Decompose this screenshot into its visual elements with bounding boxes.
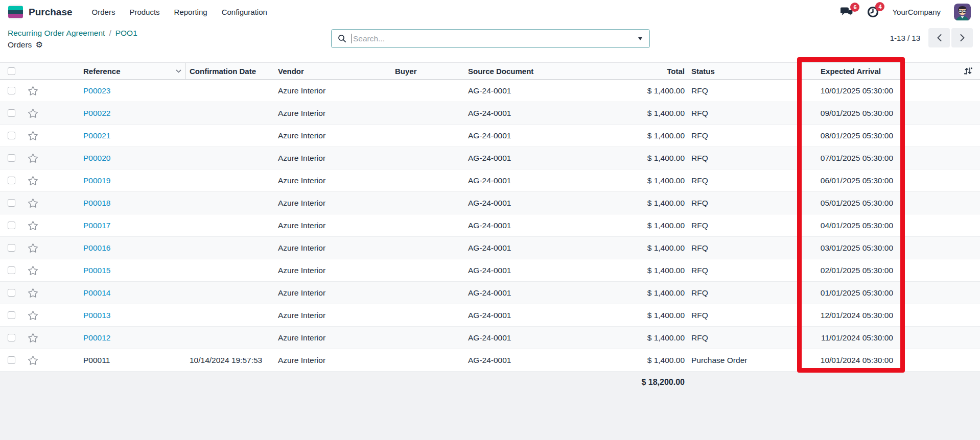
user-avatar[interactable] — [954, 4, 971, 20]
order-reference-link[interactable]: P00021 — [83, 131, 110, 140]
favorite-star-icon[interactable] — [28, 108, 38, 118]
column-header-buyer[interactable]: Buyer — [391, 63, 464, 79]
column-header-reference[interactable]: Reference — [43, 63, 185, 79]
column-header-source-document[interactable]: Source Document — [464, 63, 542, 79]
confirmation-date-cell — [185, 304, 274, 326]
column-header-vendor[interactable]: Vendor — [274, 63, 391, 79]
status-cell: RFQ — [689, 169, 796, 191]
favorite-star-icon[interactable] — [28, 153, 38, 163]
favorite-star-icon[interactable] — [28, 221, 38, 231]
favorite-star-icon[interactable] — [28, 131, 38, 141]
pager-previous-button[interactable] — [928, 28, 950, 47]
favorite-star-icon[interactable] — [28, 333, 38, 343]
total-cell: $ 1,400.00 — [542, 192, 689, 214]
table-row[interactable]: P00015 Azure Interior AG-24-0001 $ 1,400… — [0, 259, 980, 282]
total-cell: $ 1,400.00 — [542, 147, 689, 169]
search-input[interactable] — [353, 34, 633, 43]
search-bar[interactable] — [331, 29, 650, 48]
expected-arrival-cell: 05/01/2025 05:30:00 — [796, 192, 905, 214]
order-reference-link[interactable]: P00019 — [83, 176, 110, 185]
nav-configuration[interactable]: Configuration — [215, 5, 274, 19]
source-document-cell: AG-24-0001 — [464, 282, 542, 304]
favorite-star-icon[interactable] — [28, 198, 38, 208]
order-reference-link[interactable]: P00011 — [83, 356, 110, 365]
column-header-status[interactable]: Status — [689, 63, 796, 79]
search-dropdown-toggle[interactable] — [633, 30, 647, 47]
table-row[interactable]: P00012 Azure Interior AG-24-0001 $ 1,400… — [0, 327, 980, 349]
messages-button[interactable]: 6 — [841, 7, 854, 18]
nav-reporting[interactable]: Reporting — [167, 5, 215, 19]
breadcrumb-separator: / — [109, 29, 111, 38]
source-document-cell: AG-24-0001 — [464, 349, 542, 371]
activities-button[interactable]: 4 — [867, 6, 879, 18]
table-row[interactable]: P00018 Azure Interior AG-24-0001 $ 1,400… — [0, 192, 980, 214]
order-reference-link[interactable]: P00012 — [83, 333, 110, 343]
column-header-total[interactable]: Total — [542, 63, 689, 79]
select-all-checkbox[interactable] — [8, 67, 15, 75]
row-checkbox[interactable] — [8, 109, 15, 117]
total-cell: $ 1,400.00 — [542, 259, 689, 281]
source-document-cell: AG-24-0001 — [464, 327, 542, 349]
order-reference-link[interactable]: P00022 — [83, 109, 110, 118]
table-row[interactable]: P00019 Azure Interior AG-24-0001 $ 1,400… — [0, 169, 980, 192]
row-checkbox[interactable] — [8, 266, 15, 274]
table-row[interactable]: P00013 Azure Interior AG-24-0001 $ 1,400… — [0, 304, 980, 327]
app-switcher[interactable]: Purchase — [8, 5, 73, 19]
row-checkbox[interactable] — [8, 222, 15, 229]
buyer-cell — [391, 304, 464, 326]
column-header-confirmation-date[interactable]: Confirmation Date — [185, 63, 274, 79]
order-reference-link[interactable]: P00013 — [83, 311, 110, 320]
order-reference-link[interactable]: P00015 — [83, 266, 110, 275]
buyer-cell — [391, 192, 464, 214]
favorite-star-icon[interactable] — [28, 355, 38, 365]
favorite-star-icon[interactable] — [28, 288, 38, 298]
favorite-star-icon[interactable] — [28, 176, 38, 186]
status-cell: Purchase Order — [689, 349, 796, 371]
confirmation-date-cell — [185, 80, 274, 102]
table-row[interactable]: P00016 Azure Interior AG-24-0001 $ 1,400… — [0, 237, 980, 259]
column-header-expected-arrival[interactable]: Expected Arrival — [796, 63, 905, 79]
favorite-star-icon[interactable] — [28, 86, 38, 96]
adjust-columns-icon[interactable] — [964, 66, 973, 76]
gear-icon[interactable]: ⚙ — [35, 41, 42, 49]
source-document-cell: AG-24-0001 — [464, 259, 542, 281]
order-reference-link[interactable]: P00017 — [83, 221, 110, 230]
favorite-star-icon[interactable] — [28, 243, 38, 253]
favorite-star-icon[interactable] — [28, 265, 38, 276]
pager: 1-13 / 13 — [890, 28, 973, 47]
table-header-row: Reference Confirmation Date Vendor Buyer… — [0, 62, 980, 80]
row-checkbox[interactable] — [8, 311, 15, 319]
row-checkbox[interactable] — [8, 154, 15, 162]
order-reference-link[interactable]: P00020 — [83, 154, 110, 163]
row-checkbox[interactable] — [8, 87, 15, 94]
order-reference-link[interactable]: P00023 — [83, 86, 110, 95]
nav-products[interactable]: Products — [122, 5, 167, 19]
row-checkbox[interactable] — [8, 334, 15, 341]
order-reference-link[interactable]: P00018 — [83, 199, 110, 208]
pager-next-button[interactable] — [951, 28, 973, 47]
nav-orders[interactable]: Orders — [85, 5, 123, 19]
breadcrumb-current-link[interactable]: POO1 — [115, 29, 137, 38]
row-checkbox[interactable] — [8, 356, 15, 364]
buyer-cell — [391, 327, 464, 349]
table-row[interactable]: P00021 Azure Interior AG-24-0001 $ 1,400… — [0, 125, 980, 147]
order-reference-link[interactable]: P00016 — [83, 243, 110, 253]
order-reference-link[interactable]: P00014 — [83, 288, 110, 298]
favorite-star-icon[interactable] — [28, 310, 38, 321]
messages-badge: 6 — [850, 3, 859, 12]
table-row[interactable]: P00011 10/14/2024 19:57:53 Azure Interio… — [0, 349, 980, 372]
confirmation-date-cell — [185, 237, 274, 259]
company-switcher[interactable]: YourCompany — [892, 8, 941, 16]
row-checkbox[interactable] — [8, 177, 15, 184]
expected-arrival-cell: 08/01/2025 05:30:00 — [796, 125, 905, 146]
table-row[interactable]: P00020 Azure Interior AG-24-0001 $ 1,400… — [0, 147, 980, 169]
row-checkbox[interactable] — [8, 289, 15, 297]
breadcrumb-parent-link[interactable]: Recurring Order Agreement — [8, 29, 105, 38]
row-checkbox[interactable] — [8, 132, 15, 139]
table-row[interactable]: P00017 Azure Interior AG-24-0001 $ 1,400… — [0, 214, 980, 237]
table-row[interactable]: P00022 Azure Interior AG-24-0001 $ 1,400… — [0, 102, 980, 125]
row-checkbox[interactable] — [8, 199, 15, 207]
table-row[interactable]: P00014 Azure Interior AG-24-0001 $ 1,400… — [0, 282, 980, 304]
row-checkbox[interactable] — [8, 244, 15, 252]
table-row[interactable]: P00023 Azure Interior AG-24-0001 $ 1,400… — [0, 80, 980, 102]
